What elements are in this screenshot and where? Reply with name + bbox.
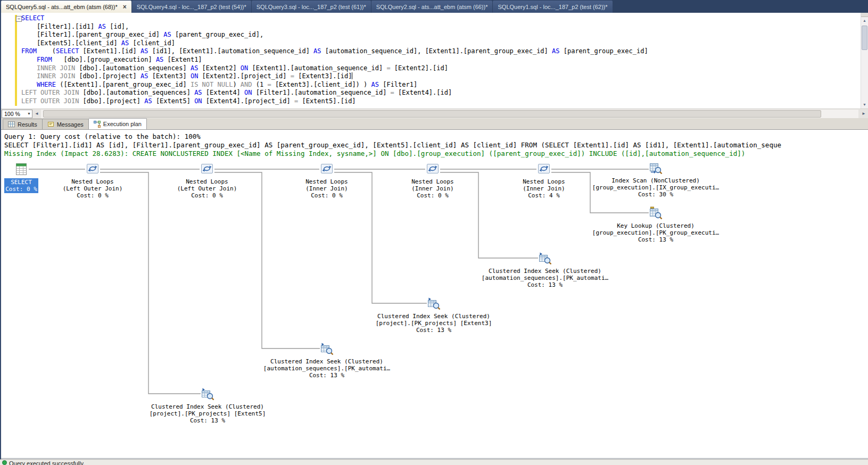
pane-tab-label: Messages <box>57 121 84 128</box>
scroll-up-icon[interactable]: ▲ <box>861 17 868 24</box>
document-tab[interactable]: SQLQuery5.sql - ats...att_ebm (atsm (68)… <box>1 1 131 13</box>
document-tab[interactable]: SQLQuery1.sql - loc..._187_p2 (test (62)… <box>493 1 612 13</box>
plan-node-label: Clustered Index Seek (Clustered)[project… <box>141 403 274 424</box>
plan-node-seek-auto-seq-2[interactable]: Clustered Index Seek (Clustered)[automat… <box>260 342 393 379</box>
modified-lines-bar <box>15 15 17 106</box>
plan-diagram[interactable]: SELECTCost: 0 %Nested Loops(Left Outer J… <box>1 160 868 459</box>
plan-header-line: Query 1: Query cost (relative to the bat… <box>4 132 868 141</box>
results-pane-tabbar: ResultsMessagesExecution plan <box>1 118 868 130</box>
messages-icon <box>47 121 54 128</box>
ssms-window: SQLQuery5.sql - ats...att_ebm (atsm (68)… <box>0 0 868 465</box>
document-tab[interactable]: SQLQuery3.sql - loc..._187_p2 (test (61)… <box>252 1 371 13</box>
plan-node-index-scan[interactable]: Index Scan (NonClustered)[group_executio… <box>589 161 722 198</box>
code-line[interactable]: INNER JOIN [dbo].[automation_sequences] … <box>21 64 648 73</box>
nested-loops-icon <box>200 161 214 178</box>
code-line[interactable]: [Filter1].[id1] AS [id], <box>21 23 648 31</box>
plan-node-label: Clustered Index Seek (Clustered)[automat… <box>260 358 393 379</box>
horizontal-scroll-track[interactable] <box>41 110 858 118</box>
code-line[interactable]: FROM [dbo].[group_execution] AS [Extent1… <box>21 56 648 64</box>
plan-header-line: SELECT [Filter1].[id1] AS [id], [Filter1… <box>4 141 868 150</box>
tab-label: SQLQuery5.sql - ats...att_ebm (atsm (68)… <box>6 4 118 10</box>
document-tab[interactable]: SQLQuery2.sql - ats...att_ebm (atsm (66)… <box>371 1 493 13</box>
pane-tab-messages[interactable]: Messages <box>42 119 89 129</box>
document-tabbar: SQLQuery5.sql - ats...att_ebm (atsm (68)… <box>0 0 868 13</box>
nested-loops-icon <box>425 161 440 178</box>
results-grid-icon <box>8 121 15 128</box>
plan-node-nl2[interactable]: Nested Loops(Left Outer Join)Cost: 0 % <box>140 161 274 199</box>
zoom-combobox[interactable]: 100 % ▼ <box>2 110 32 118</box>
code-line[interactable]: WHERE ([Extent1].[parent_group_exec_id] … <box>21 81 648 89</box>
index-seek-icon <box>538 252 552 267</box>
plan-node-nl1[interactable]: Nested Loops(Left Outer Join)Cost: 0 % <box>26 161 159 199</box>
code-line[interactable]: [Filter1].[parent_group_exec_id] AS [par… <box>21 31 648 39</box>
zoom-value: 100 % <box>4 111 20 117</box>
plan-node-key-lookup[interactable]: Key Lookup (Clustered)[group_execution].… <box>589 206 722 243</box>
status-message: Query executed successfully. <box>9 460 85 465</box>
pane-tab-label: Results <box>18 121 37 128</box>
tab-close-icon[interactable]: × <box>123 4 127 10</box>
nested-loops-icon <box>85 161 100 178</box>
plan-header: Query 1: Query cost (relative to the bat… <box>1 130 868 158</box>
scroll-right-icon[interactable]: ► <box>859 111 868 116</box>
tab-label: SQLQuery3.sql - loc..._187_p2 (test (61)… <box>257 4 366 10</box>
pane-tab-results[interactable]: Results <box>3 119 43 129</box>
missing-index-hint: Missing Index (Impact 28.6283): CREATE N… <box>4 150 868 158</box>
plan-node-label: Nested Loops(Left Outer Join)Cost: 0 % <box>140 178 274 199</box>
sql-editor[interactable]: − SELECT [Filter1].[id1] AS [id], [Filte… <box>1 13 861 109</box>
editor-vertical-scrollbar[interactable]: ▲ ▼ <box>861 13 868 109</box>
code-line[interactable]: SELECT <box>21 14 648 23</box>
plan-node-label: Clustered Index Seek (Clustered)[automat… <box>478 268 611 288</box>
scroll-left-icon[interactable]: ◄ <box>32 111 41 116</box>
nested-loops-icon <box>536 161 551 178</box>
code-line[interactable]: LEFT OUTER JOIN [dbo].[project] AS [Exte… <box>21 97 648 106</box>
vertical-scroll-thumb[interactable] <box>862 26 867 50</box>
plan-node-label: Nested Loops(Left Outer Join)Cost: 0 % <box>26 178 159 199</box>
key-lookup-icon <box>649 206 663 222</box>
pane-tab-execution-plan[interactable]: Execution plan <box>88 118 147 129</box>
plan-node-label: Clustered Index Seek (Clustered)[project… <box>367 313 500 334</box>
index-scan-icon <box>649 161 663 177</box>
code-line[interactable]: INNER JOIN [dbo].[project] AS [Extent3] … <box>21 72 648 81</box>
tab-label: SQLQuery4.sql - loc..._187_p2 (test (54)… <box>137 4 246 10</box>
plan-node-seek-project-ext5[interactable]: Clustered Index Seek (Clustered)[project… <box>141 387 274 424</box>
vertical-scroll-track[interactable] <box>861 24 868 101</box>
horizontal-scroll-thumb[interactable] <box>43 110 821 118</box>
scroll-down-icon[interactable]: ▼ <box>861 101 868 109</box>
pane-tab-label: Execution plan <box>103 121 142 127</box>
text-caret <box>352 72 352 79</box>
index-seek-icon <box>320 342 334 358</box>
success-status-icon <box>2 460 7 465</box>
chevron-down-icon[interactable]: ▼ <box>27 112 31 115</box>
tab-label: SQLQuery1.sql - loc..._187_p2 (test (62)… <box>498 4 607 10</box>
plan-node-seek-project-ext3[interactable]: Clustered Index Seek (Clustered)[project… <box>367 297 500 334</box>
execution-plan-icon <box>94 121 101 128</box>
code-line[interactable]: LEFT OUTER JOIN [dbo].[automation_sequen… <box>21 89 648 97</box>
code-line[interactable]: FROM (SELECT [Extent1].[id] AS [id1], [E… <box>21 47 648 56</box>
plan-node-label: Key Lookup (Clustered)[group_execution].… <box>589 222 722 243</box>
execution-plan-pane[interactable]: Query 1: Query cost (relative to the bat… <box>1 130 868 459</box>
plan-node-label: Index Scan (NonClustered)[group_executio… <box>589 177 722 198</box>
scrollbar-splitter-handle[interactable] <box>861 13 868 17</box>
status-bar: Query executed successfully. <box>0 459 868 465</box>
document-tab[interactable]: SQLQuery4.sql - loc..._187_p2 (test (54)… <box>132 1 251 13</box>
index-seek-icon <box>201 387 214 403</box>
index-seek-icon <box>427 297 441 312</box>
plan-edge <box>100 172 201 394</box>
plan-node-seek-auto-seq-1[interactable]: Clustered Index Seek (Clustered)[automat… <box>478 252 611 288</box>
tab-label: SQLQuery2.sql - ats...att_ebm (atsm (66)… <box>376 4 488 10</box>
window-left-border <box>0 0 1 465</box>
nested-loops-icon <box>319 161 334 178</box>
code-area[interactable]: SELECT [Filter1].[id1] AS [id], [Filter1… <box>21 14 648 106</box>
code-line[interactable]: [Extent5].[client_id] AS [client_id] <box>21 39 648 48</box>
editor-bottom-bar: 100 % ▼ ◄ ► <box>1 109 868 118</box>
